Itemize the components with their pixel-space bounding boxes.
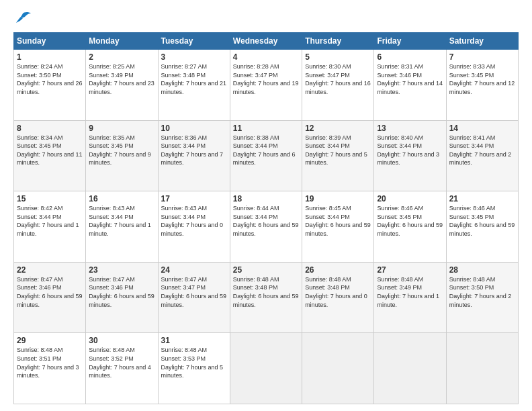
logo (13, 11, 35, 26)
calendar-cell (302, 333, 374, 404)
calendar-cell (230, 333, 302, 404)
day-number: 25 (233, 265, 299, 275)
day-number: 17 (161, 194, 227, 203)
day-info: Sunrise: 8:48 AMSunset: 3:48 PMDaylight:… (305, 275, 371, 309)
day-number: 8 (17, 124, 83, 133)
day-info: Sunrise: 8:41 AMSunset: 3:44 PMDaylight:… (449, 134, 515, 167)
day-number: 20 (377, 194, 443, 203)
calendar-cell: 11Sunrise: 8:38 AMSunset: 3:44 PMDayligh… (230, 120, 302, 191)
calendar-cell: 10Sunrise: 8:36 AMSunset: 3:44 PMDayligh… (158, 120, 230, 191)
calendar-header-row: SundayMondayTuesdayWednesdayThursdayFrid… (14, 33, 519, 50)
calendar-cell: 15Sunrise: 8:42 AMSunset: 3:44 PMDayligh… (14, 191, 86, 263)
day-header-sunday: Sunday (14, 33, 86, 50)
day-info: Sunrise: 8:40 AMSunset: 3:44 PMDaylight:… (377, 134, 443, 167)
day-info: Sunrise: 8:48 AMSunset: 3:51 PMDaylight:… (17, 346, 83, 379)
calendar-cell: 1Sunrise: 8:24 AMSunset: 3:50 PMDaylight… (14, 50, 86, 121)
day-number: 4 (233, 52, 299, 62)
day-info: Sunrise: 8:33 AMSunset: 3:45 PMDaylight:… (449, 62, 515, 96)
calendar-table: SundayMondayTuesdayWednesdayThursdayFrid… (13, 32, 519, 404)
calendar-cell: 24Sunrise: 8:47 AMSunset: 3:47 PMDayligh… (158, 262, 230, 333)
day-number: 12 (305, 124, 371, 133)
day-info: Sunrise: 8:47 AMSunset: 3:47 PMDaylight:… (161, 275, 227, 309)
day-number: 7 (449, 52, 515, 62)
day-header-monday: Monday (86, 33, 158, 50)
calendar-cell: 19Sunrise: 8:45 AMSunset: 3:44 PMDayligh… (302, 191, 374, 263)
day-number: 24 (161, 265, 227, 275)
calendar-cell: 16Sunrise: 8:43 AMSunset: 3:44 PMDayligh… (86, 191, 158, 263)
calendar-cell: 6Sunrise: 8:31 AMSunset: 3:46 PMDaylight… (374, 50, 446, 121)
calendar-cell: 7Sunrise: 8:33 AMSunset: 3:45 PMDaylight… (446, 50, 518, 121)
day-info: Sunrise: 8:43 AMSunset: 3:44 PMDaylight:… (161, 204, 227, 238)
day-number: 18 (233, 194, 299, 203)
day-number: 30 (89, 336, 154, 345)
day-info: Sunrise: 8:38 AMSunset: 3:44 PMDaylight:… (233, 134, 299, 167)
day-header-friday: Friday (374, 33, 446, 50)
day-number: 26 (305, 265, 371, 275)
page: SundayMondayTuesdayWednesdayThursdayFrid… (0, 0, 532, 411)
day-number: 13 (377, 124, 443, 133)
day-number: 14 (449, 124, 515, 133)
calendar-cell: 12Sunrise: 8:39 AMSunset: 3:44 PMDayligh… (302, 120, 374, 191)
day-number: 3 (161, 52, 227, 62)
calendar-cell: 4Sunrise: 8:28 AMSunset: 3:47 PMDaylight… (230, 50, 302, 121)
day-info: Sunrise: 8:24 AMSunset: 3:50 PMDaylight:… (17, 62, 83, 96)
calendar-cell: 18Sunrise: 8:44 AMSunset: 3:44 PMDayligh… (230, 191, 302, 263)
day-info: Sunrise: 8:27 AMSunset: 3:48 PMDaylight:… (161, 62, 227, 96)
logo-icon (13, 11, 32, 26)
calendar-week-4: 22Sunrise: 8:47 AMSunset: 3:46 PMDayligh… (14, 262, 519, 333)
calendar-cell: 17Sunrise: 8:43 AMSunset: 3:44 PMDayligh… (158, 191, 230, 263)
calendar-cell: 30Sunrise: 8:48 AMSunset: 3:52 PMDayligh… (86, 333, 158, 404)
day-number: 31 (161, 336, 227, 345)
day-info: Sunrise: 8:46 AMSunset: 3:45 PMDaylight:… (449, 204, 515, 238)
calendar-week-5: 29Sunrise: 8:48 AMSunset: 3:51 PMDayligh… (14, 333, 519, 404)
day-info: Sunrise: 8:44 AMSunset: 3:44 PMDaylight:… (233, 204, 299, 238)
calendar-cell: 25Sunrise: 8:48 AMSunset: 3:48 PMDayligh… (230, 262, 302, 333)
day-header-wednesday: Wednesday (230, 33, 302, 50)
day-info: Sunrise: 8:36 AMSunset: 3:44 PMDaylight:… (161, 134, 227, 167)
calendar-cell: 20Sunrise: 8:46 AMSunset: 3:45 PMDayligh… (374, 191, 446, 263)
calendar-cell (446, 333, 518, 404)
day-header-tuesday: Tuesday (158, 33, 230, 50)
header (13, 11, 519, 26)
day-number: 23 (89, 265, 154, 275)
day-info: Sunrise: 8:45 AMSunset: 3:44 PMDaylight:… (305, 204, 371, 238)
day-number: 22 (17, 265, 83, 275)
calendar-cell: 29Sunrise: 8:48 AMSunset: 3:51 PMDayligh… (14, 333, 86, 404)
day-info: Sunrise: 8:39 AMSunset: 3:44 PMDaylight:… (305, 134, 371, 167)
day-info: Sunrise: 8:46 AMSunset: 3:45 PMDaylight:… (377, 204, 443, 238)
calendar-cell: 5Sunrise: 8:30 AMSunset: 3:47 PMDaylight… (302, 50, 374, 121)
calendar-cell (374, 333, 446, 404)
day-info: Sunrise: 8:35 AMSunset: 3:45 PMDaylight:… (89, 134, 154, 167)
calendar-cell: 21Sunrise: 8:46 AMSunset: 3:45 PMDayligh… (446, 191, 518, 263)
day-number: 16 (89, 194, 154, 203)
day-info: Sunrise: 8:31 AMSunset: 3:46 PMDaylight:… (377, 62, 443, 96)
calendar-cell: 2Sunrise: 8:25 AMSunset: 3:49 PMDaylight… (86, 50, 158, 121)
day-number: 28 (449, 265, 515, 275)
day-number: 1 (17, 52, 83, 62)
calendar-cell: 28Sunrise: 8:48 AMSunset: 3:50 PMDayligh… (446, 262, 518, 333)
day-number: 29 (17, 336, 83, 345)
calendar-cell: 26Sunrise: 8:48 AMSunset: 3:48 PMDayligh… (302, 262, 374, 333)
day-info: Sunrise: 8:34 AMSunset: 3:45 PMDaylight:… (17, 134, 83, 167)
day-info: Sunrise: 8:42 AMSunset: 3:44 PMDaylight:… (17, 204, 83, 238)
day-number: 2 (89, 52, 154, 62)
calendar-cell: 9Sunrise: 8:35 AMSunset: 3:45 PMDaylight… (86, 120, 158, 191)
day-number: 10 (161, 124, 227, 133)
calendar-week-2: 8Sunrise: 8:34 AMSunset: 3:45 PMDaylight… (14, 120, 519, 191)
calendar-cell: 14Sunrise: 8:41 AMSunset: 3:44 PMDayligh… (446, 120, 518, 191)
calendar-cell: 8Sunrise: 8:34 AMSunset: 3:45 PMDaylight… (14, 120, 86, 191)
day-info: Sunrise: 8:47 AMSunset: 3:46 PMDaylight:… (89, 275, 154, 309)
day-info: Sunrise: 8:25 AMSunset: 3:49 PMDaylight:… (89, 62, 154, 96)
day-info: Sunrise: 8:48 AMSunset: 3:48 PMDaylight:… (233, 275, 299, 309)
day-info: Sunrise: 8:28 AMSunset: 3:47 PMDaylight:… (233, 62, 299, 96)
day-header-saturday: Saturday (446, 33, 518, 50)
day-number: 27 (377, 265, 443, 275)
day-header-thursday: Thursday (302, 33, 374, 50)
day-info: Sunrise: 8:30 AMSunset: 3:47 PMDaylight:… (305, 62, 371, 96)
day-info: Sunrise: 8:43 AMSunset: 3:44 PMDaylight:… (89, 204, 154, 238)
day-number: 5 (305, 52, 371, 62)
day-info: Sunrise: 8:48 AMSunset: 3:50 PMDaylight:… (449, 275, 515, 309)
calendar-week-3: 15Sunrise: 8:42 AMSunset: 3:44 PMDayligh… (14, 191, 519, 263)
day-info: Sunrise: 8:48 AMSunset: 3:53 PMDaylight:… (161, 346, 227, 379)
calendar-cell: 22Sunrise: 8:47 AMSunset: 3:46 PMDayligh… (14, 262, 86, 333)
